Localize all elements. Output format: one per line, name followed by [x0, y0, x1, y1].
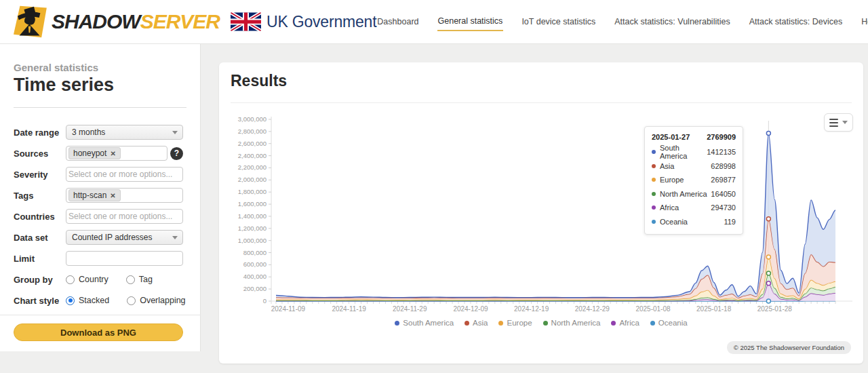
svg-text:2025-01-18: 2025-01-18 [696, 305, 732, 313]
tooltip-row: Africa294730 [652, 201, 736, 215]
main-nav: DashboardGeneral statisticsIoT device st… [376, 12, 868, 31]
sidebar-divider [14, 107, 186, 108]
radio-chart-style-overlapping[interactable]: Overlapping [127, 296, 185, 305]
nav-item-help[interactable]: Help [861, 13, 868, 31]
svg-text:2024-11-09: 2024-11-09 [271, 305, 306, 313]
radio-group-by-country[interactable]: Country [66, 275, 108, 284]
limit-label: Limit [14, 254, 66, 264]
radio-chart-style-stacked[interactable]: Stacked [66, 296, 109, 305]
radio-icon[interactable] [126, 275, 135, 284]
radio-group-by-tag[interactable]: Tag [126, 275, 153, 284]
radio-icon[interactable] [66, 275, 75, 284]
tooltip-header: 2025-01-27 2769909 [652, 132, 736, 145]
legend-label: Africa [619, 319, 639, 327]
tooltip-row: Oceania119 [652, 215, 736, 229]
download-png-button[interactable]: Download as PNG [14, 323, 183, 341]
tooltip-series-name: South America [660, 144, 707, 160]
svg-text:1,200,000: 1,200,000 [238, 224, 267, 232]
date-range-value: 3 months [72, 127, 105, 137]
sources-tag-label: honeypot [73, 149, 106, 158]
svg-text:2,800,000: 2,800,000 [238, 127, 267, 135]
tooltip-series-name: Europe [660, 176, 711, 184]
svg-text:1,400,000: 1,400,000 [238, 212, 267, 220]
nav-item-dashboard[interactable]: Dashboard [376, 13, 419, 31]
legend-item-north-america[interactable]: North America [543, 319, 601, 327]
svg-text:3,000,000: 3,000,000 [238, 115, 267, 123]
svg-text:2024-12-09: 2024-12-09 [453, 305, 488, 313]
severity-input[interactable] [66, 167, 183, 182]
tooltip-series-value: 1412135 [707, 148, 736, 156]
data-set-select[interactable]: Counted IP addresses [66, 230, 183, 245]
series-dot-icon [650, 321, 655, 326]
shadowserver-logo[interactable]: SHADOWSERVER [12, 5, 220, 38]
legend-item-africa[interactable]: Africa [611, 319, 639, 327]
limit-input[interactable] [66, 251, 183, 266]
field-group-by: Group by CountryTag [14, 272, 200, 287]
uk-government-brand: UK Government [231, 12, 376, 31]
sources-input[interactable]: honeypot ✕ [66, 146, 167, 161]
countries-text-input[interactable] [68, 212, 180, 221]
top-header: SHADOWSERVER UK Government DashboardGene… [0, 0, 868, 44]
breadcrumb: General statistics [14, 62, 200, 73]
nav-item-attack-statistics-devices[interactable]: Attack statistics: Devices [749, 13, 844, 31]
severity-text-input[interactable] [68, 170, 180, 179]
field-sources: Sources honeypot ✕ ? [14, 146, 200, 161]
svg-text:1,000,000: 1,000,000 [238, 237, 267, 244]
radio-icon[interactable] [127, 296, 136, 305]
field-data-set: Data set Counted IP addresses [14, 230, 200, 245]
series-dot-icon [652, 178, 656, 182]
svg-text:2024-11-29: 2024-11-29 [393, 305, 427, 313]
tags-tag-chip[interactable]: http-scan ✕ [68, 189, 121, 201]
results-title: Results [231, 72, 287, 90]
legend-item-europe[interactable]: Europe [498, 319, 532, 327]
svg-text:2,000,000: 2,000,000 [238, 176, 267, 183]
group-by-label: Group by [14, 275, 66, 285]
countries-input[interactable] [66, 209, 183, 224]
legend-label: Asia [473, 319, 488, 327]
legend-item-asia[interactable]: Asia [465, 319, 488, 327]
nav-item-general-statistics[interactable]: General statistics [437, 12, 504, 31]
tooltip-series-value: 628998 [711, 162, 736, 170]
chevron-down-icon [172, 236, 178, 239]
legend-item-south-america[interactable]: South America [395, 319, 454, 327]
legend-label: Oceania [658, 319, 688, 327]
tooltip-series-name: Africa [660, 203, 711, 212]
remove-tag-icon[interactable]: ✕ [110, 192, 115, 199]
chart-legend: South AmericaAsiaEuropeNorth AmericaAfri… [219, 319, 863, 327]
tooltip-series-name: North America [660, 190, 711, 198]
tooltip-row: South America1412135 [652, 145, 736, 159]
svg-text:2,400,000: 2,400,000 [238, 152, 267, 159]
series-dot-icon [652, 205, 656, 210]
countries-label: Countries [14, 212, 66, 222]
radio-label: Tag [139, 275, 153, 284]
remove-tag-icon[interactable]: ✕ [110, 150, 115, 157]
radio-label: Overlapping [140, 296, 185, 305]
shadowserver-logo-text: SHADOWSERVER [52, 10, 220, 33]
legend-label: North America [551, 319, 601, 327]
date-range-select[interactable]: 3 months [66, 125, 183, 140]
svg-text:2024-12-19: 2024-12-19 [514, 305, 549, 313]
tags-input[interactable]: http-scan ✕ [66, 188, 183, 203]
series-dot-icon [611, 321, 616, 326]
chart-tooltip: 2025-01-27 2769909 South America1412135A… [644, 126, 743, 235]
svg-text:2024-11-19: 2024-11-19 [332, 305, 366, 313]
tooltip-series-name: Oceania [660, 218, 724, 226]
sources-tag-chip[interactable]: honeypot ✕ [68, 147, 121, 159]
results-card: Results 0200,000400,000600,000800,0001,0… [219, 62, 863, 364]
sources-help-button[interactable]: ? [170, 147, 183, 160]
nav-item-attack-statistics-vulnerabilities[interactable]: Attack statistics: Vulnerabilities [614, 13, 730, 31]
svg-text:600,000: 600,000 [243, 260, 267, 268]
series-dot-icon [498, 321, 503, 326]
chart-menu-button[interactable] [824, 113, 853, 132]
radio-icon[interactable] [66, 296, 75, 305]
svg-text:800,000: 800,000 [243, 249, 267, 256]
tooltip-series-value: 294730 [711, 203, 736, 212]
tooltip-series-name: Asia [660, 162, 711, 170]
tags-tag-label: http-scan [73, 191, 106, 200]
legend-item-oceania[interactable]: Oceania [650, 319, 688, 327]
time-series-chart[interactable]: 0200,000400,000600,000800,0001,000,0001,… [231, 109, 858, 319]
series-dot-icon [652, 220, 656, 224]
filters-form: Date range 3 months Sources honeypot ✕ ?… [14, 125, 200, 308]
nav-item-iot-device-statistics[interactable]: IoT device statistics [521, 13, 596, 31]
field-countries: Countries [14, 209, 200, 224]
